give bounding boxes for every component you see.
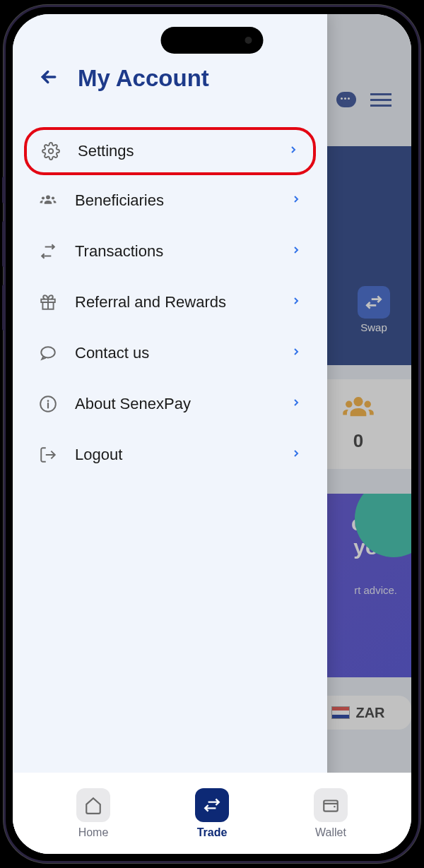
menu-item-settings[interactable]: Settings	[24, 127, 316, 175]
nav-label: Wallet	[315, 826, 346, 839]
nav-label: Trade	[197, 826, 228, 839]
chevron-right-icon	[290, 244, 302, 258]
svg-point-4	[46, 195, 50, 199]
menu-item-beneficiaries[interactable]: Beneficiaries	[13, 175, 327, 226]
menu-item-contact[interactable]: Contact us	[13, 328, 327, 379]
menu-label: Logout	[75, 446, 273, 464]
panel-header: My Account	[13, 65, 327, 92]
svg-rect-13	[324, 800, 338, 811]
back-arrow-icon[interactable]	[38, 66, 59, 90]
account-panel: My Account Settings Beneficiarie	[13, 14, 327, 854]
menu-label: Transactions	[75, 242, 273, 261]
chevron-right-icon	[290, 397, 302, 411]
menu-label: Referral and Rewards	[75, 293, 273, 311]
notch	[161, 27, 264, 54]
svg-point-5	[42, 196, 45, 199]
nav-wallet[interactable]: Wallet	[314, 788, 348, 839]
menu-label: Settings	[78, 142, 271, 160]
menu-item-logout[interactable]: Logout	[13, 429, 327, 480]
gift-icon	[38, 292, 58, 312]
logout-icon	[38, 445, 58, 465]
menu-list: Settings Beneficiaries	[13, 127, 327, 480]
panel-title: My Account	[78, 65, 209, 92]
chat-bubble-icon	[38, 343, 58, 363]
screen: Swap 0 oto? you. rt advice.	[13, 14, 411, 854]
menu-label: Contact us	[75, 344, 273, 362]
home-icon	[76, 788, 110, 822]
nav-label: Home	[78, 826, 109, 839]
chevron-right-icon	[290, 295, 302, 309]
menu-label: Beneficiaries	[75, 191, 273, 210]
nav-trade[interactable]: Trade	[195, 788, 229, 839]
people-icon	[38, 191, 58, 210]
menu-item-transactions[interactable]: Transactions	[13, 226, 327, 277]
info-icon	[38, 394, 58, 414]
transfer-icon	[38, 242, 58, 261]
chevron-right-icon	[290, 194, 302, 208]
nav-home[interactable]: Home	[76, 788, 110, 839]
wallet-icon	[314, 788, 348, 822]
menu-label: About SenexPay	[75, 395, 273, 413]
chevron-right-icon	[290, 448, 302, 462]
bottom-nav: Home Trade Wallet	[13, 773, 411, 854]
trade-icon	[195, 788, 229, 822]
chevron-right-icon	[290, 346, 302, 360]
menu-item-about[interactable]: About SenexPay	[13, 379, 327, 429]
chevron-right-icon	[288, 144, 299, 158]
svg-point-3	[49, 149, 54, 154]
phone-frame: Swap 0 oto? you. rt advice.	[4, 5, 420, 863]
svg-point-6	[52, 196, 54, 199]
gear-icon	[41, 141, 61, 161]
menu-item-referral[interactable]: Referral and Rewards	[13, 277, 327, 328]
